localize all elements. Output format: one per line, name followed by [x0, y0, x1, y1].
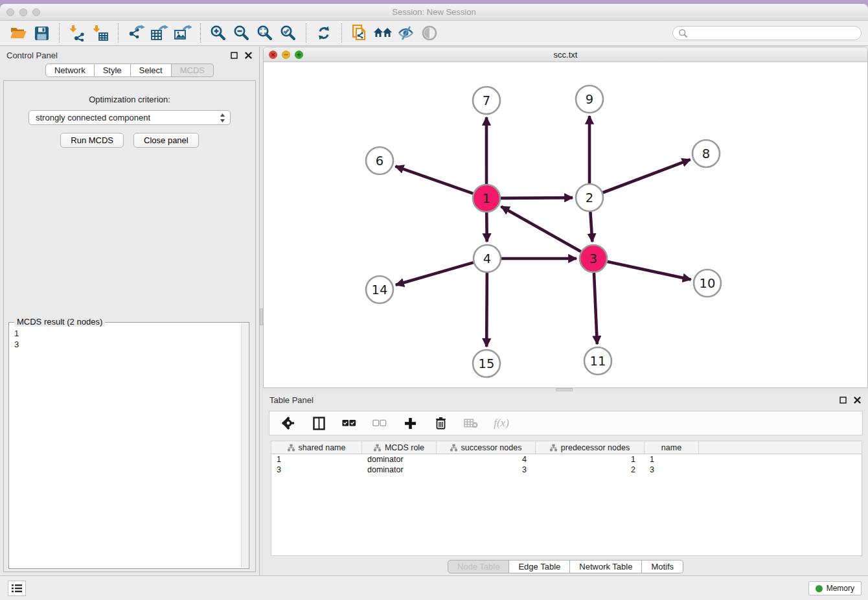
result-line: 3 — [14, 339, 236, 350]
tab-mcds[interactable]: MCDS — [172, 63, 214, 77]
graph-node-4[interactable]: 4 — [474, 245, 501, 272]
table-cell[interactable]: 1 — [645, 455, 699, 464]
close-network-button[interactable] — [269, 51, 277, 59]
column-label: MCDS role — [385, 443, 424, 452]
export-image-button[interactable] — [171, 23, 194, 43]
tab-motifs[interactable]: Motifs — [642, 560, 683, 573]
table-cell[interactable]: 4 — [437, 455, 536, 464]
mcds-result-text[interactable]: 13 — [10, 324, 240, 567]
minimize-network-button[interactable] — [282, 51, 290, 59]
float-panel-icon[interactable] — [839, 396, 847, 404]
tab-network-table[interactable]: Network Table — [570, 560, 642, 573]
zoom-selected-icon — [280, 25, 297, 41]
column-header-predecessor-nodes[interactable]: predecessor nodes — [536, 441, 645, 454]
search-input[interactable] — [688, 29, 856, 38]
export-network-button[interactable] — [124, 23, 148, 43]
zoom-selected-button[interactable] — [277, 23, 300, 43]
refresh-button[interactable] — [312, 23, 336, 43]
mcds-tab-content: Optimization criterion: strongly connect… — [3, 80, 256, 572]
task-history-button[interactable] — [8, 581, 26, 596]
table-cell[interactable]: 1 — [271, 455, 362, 464]
home-button[interactable] — [371, 23, 394, 43]
table-cell[interactable]: 3 — [645, 465, 699, 474]
graph-node-3[interactable]: 3 — [580, 245, 607, 272]
select-all-button[interactable] — [342, 415, 356, 431]
clone-network-button[interactable] — [348, 23, 371, 43]
node-label: 2 — [586, 190, 593, 205]
graph-edge-2-3[interactable] — [590, 212, 592, 242]
table-cell[interactable]: 2 — [536, 465, 645, 474]
column-header-shared-name[interactable]: shared name — [271, 441, 362, 454]
export-table-button[interactable] — [148, 23, 171, 43]
table-cell[interactable]: 3 — [437, 465, 536, 474]
import-table-button[interactable] — [89, 23, 112, 43]
graph-node-15[interactable]: 15 — [473, 350, 500, 377]
zoom-fit-button[interactable] — [253, 23, 277, 43]
close-window-button[interactable] — [6, 8, 14, 16]
open-session-button[interactable] — [6, 23, 30, 43]
graph-node-6[interactable]: 6 — [366, 147, 393, 174]
memory-button[interactable]: Memory — [808, 581, 862, 595]
deselect-all-button[interactable] — [372, 415, 387, 431]
graph-node-7[interactable]: 7 — [473, 87, 500, 114]
table-cell[interactable]: dominator — [362, 455, 437, 464]
column-header-mcds-role[interactable]: MCDS role — [362, 441, 437, 454]
graph-node-1[interactable]: 1 — [473, 185, 500, 212]
graph-edge-3-11[interactable] — [594, 273, 597, 344]
graph-edge-1-2[interactable] — [501, 198, 573, 198]
toggle-panes-button[interactable] — [312, 415, 326, 431]
tab-network[interactable]: Network — [45, 63, 95, 77]
graph-edge-3-10[interactable] — [608, 262, 691, 280]
graph-edge-2-8[interactable] — [603, 159, 691, 192]
maximize-network-button[interactable] — [295, 51, 303, 59]
table-settings-button[interactable] — [281, 415, 295, 431]
save-session-button[interactable] — [30, 23, 53, 43]
eye-disabled-button[interactable] — [418, 23, 441, 43]
graph-node-9[interactable]: 9 — [576, 86, 603, 113]
window-controls — [6, 8, 40, 16]
column-header-name[interactable]: name — [645, 441, 699, 454]
graph-node-10[interactable]: 10 — [694, 270, 721, 297]
close-panel-button[interactable]: Close panel — [133, 133, 199, 148]
export-network-icon — [128, 25, 145, 41]
zoom-out-button[interactable] — [230, 23, 253, 43]
hide-panels-button[interactable] — [394, 23, 418, 43]
tab-style[interactable]: Style — [95, 63, 131, 77]
graph-edge-3-1[interactable] — [501, 207, 581, 251]
graph-edge-1-6[interactable] — [396, 167, 474, 194]
graph-edge-4-15[interactable] — [486, 273, 487, 347]
tab-node-table[interactable]: Node Table — [448, 560, 510, 573]
zoom-in-button[interactable] — [207, 23, 230, 43]
run-mcds-button[interactable]: Run MCDS — [60, 133, 124, 148]
network-canvas[interactable]: 7968124314101511 — [264, 63, 867, 387]
result-scrollbar[interactable] — [241, 323, 248, 568]
table-cell[interactable]: 1 — [536, 455, 645, 464]
import-network-button[interactable] — [65, 23, 89, 43]
delete-column-button[interactable] — [433, 415, 448, 431]
graph-node-2[interactable]: 2 — [576, 184, 603, 211]
maximize-window-button[interactable] — [32, 8, 40, 16]
table-tabs: Node TableEdge TableNetwork TableMotifs — [263, 560, 868, 573]
tab-select[interactable]: Select — [131, 63, 172, 77]
column-namespace-icon — [288, 444, 295, 452]
table-panel-header: Table Panel — [263, 391, 868, 408]
close-panel-icon[interactable] — [244, 51, 253, 60]
add-column-button[interactable] — [403, 415, 417, 431]
optimization-criterion-select[interactable]: strongly connected component — [29, 110, 231, 125]
float-panel-icon[interactable] — [230, 51, 238, 60]
graph-node-11[interactable]: 11 — [584, 347, 611, 375]
table-row[interactable]: 1dominator411 — [271, 454, 862, 465]
graph-node-14[interactable]: 14 — [366, 276, 393, 303]
close-panel-icon[interactable] — [853, 396, 862, 404]
control-panel-tabs: NetworkStyleSelectMCDS — [0, 63, 259, 79]
table-cell[interactable]: dominator — [362, 465, 437, 474]
tab-edge-table[interactable]: Edge Table — [509, 560, 570, 573]
table-cell[interactable]: 3 — [271, 465, 362, 474]
graph-node-8[interactable]: 8 — [692, 140, 720, 167]
column-header-successor-nodes[interactable]: successor nodes — [437, 441, 536, 454]
graph-edge-4-14[interactable] — [396, 262, 474, 285]
minimize-window-button[interactable] — [19, 8, 27, 16]
table-row[interactable]: 3dominator323 — [271, 465, 862, 475]
delete-table-button[interactable] — [464, 415, 478, 431]
function-builder-button[interactable]: f(x) — [494, 415, 508, 431]
